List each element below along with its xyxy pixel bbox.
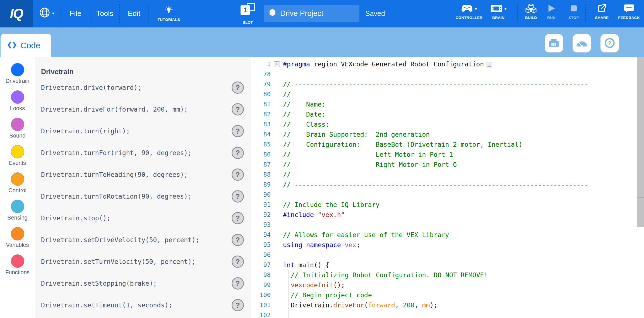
project-name-button[interactable]: Drive Project	[264, 5, 359, 22]
command-item[interactable]: Drivetrain.drive(forward);?	[35, 77, 251, 98]
line-number: 98	[251, 270, 271, 280]
command-help-button[interactable]: ?	[232, 256, 244, 268]
command-text[interactable]: Drivetrain.turnToRotation(90, degrees);	[41, 193, 232, 200]
category-label: Control	[8, 187, 26, 194]
category-functions[interactable]: Functions	[0, 254, 35, 282]
code-text: vexcodeInit();	[283, 280, 345, 290]
command-help-button[interactable]: ?	[232, 103, 244, 115]
command-help-button[interactable]: ?	[232, 277, 244, 290]
command-item[interactable]: Drivetrain.turn(right);?	[35, 120, 251, 142]
tab-code[interactable]: Code	[1, 34, 51, 57]
editor-line: 97int main() {	[251, 260, 644, 270]
command-text[interactable]: Drivetrain.turnFor(right, 90, degrees);	[41, 149, 232, 156]
command-help-button[interactable]: ?	[232, 81, 244, 94]
command-item[interactable]: Drivetrain.setTimeout(1, seconds);?	[35, 294, 251, 316]
share-button[interactable]: SHARE	[595, 3, 609, 20]
fold-gutter	[271, 99, 283, 109]
code-editor[interactable]: 1+#pragma region VEXcode Generated Robot…	[251, 57, 644, 318]
line-number: 93	[251, 220, 271, 230]
command-item[interactable]: Drivetrain.turnFor(right, 90, degrees);?	[35, 142, 251, 164]
device-button[interactable]	[545, 34, 563, 52]
command-item[interactable]: Drivetrain.stop();?	[35, 207, 251, 229]
line-number: 84	[251, 129, 271, 139]
line-number: 97	[251, 260, 271, 270]
line-number: 90	[251, 190, 271, 200]
editor-line: 102	[251, 310, 644, 318]
line-number: 85	[251, 139, 271, 150]
command-text[interactable]: Drivetrain.stop();	[41, 215, 232, 222]
stop-button[interactable]: STOP	[568, 3, 579, 20]
command-item[interactable]: Drivetrain.setDriveVelocity(50, percent)…	[35, 229, 251, 251]
editor-line: 80//	[251, 89, 644, 99]
category-variables[interactable]: Variables	[0, 227, 35, 254]
editor-line: 79// -----------------------------------…	[251, 79, 644, 89]
command-item[interactable]: Drivetrain.setTurnVelocity(50, percent);…	[35, 251, 251, 273]
slot-button[interactable]: 1 SLOT	[241, 3, 255, 25]
command-text[interactable]: Drivetrain.setTurnVelocity(50, percent);	[41, 258, 232, 265]
category-label: Variables	[6, 242, 29, 248]
help-button[interactable]: ?	[600, 34, 619, 52]
command-item[interactable]: Drivetrain.turnToHeading(90, degrees);?	[35, 164, 251, 186]
editor-scrollbar-track	[637, 57, 644, 318]
folded-region-ellipsis[interactable]: …	[486, 62, 492, 68]
editor-line: 82// Date:	[251, 109, 644, 119]
category-color-dot	[11, 200, 24, 213]
menu-file[interactable]: File	[61, 0, 90, 27]
code-text: //	[283, 170, 291, 180]
controller-icon	[461, 4, 473, 14]
dashboard-button[interactable]	[573, 34, 591, 52]
category-events[interactable]: Events	[0, 145, 35, 172]
code-text: Drivetrain.driveFor(forward, 200, mm);	[283, 300, 438, 310]
feedback-icon	[624, 4, 634, 14]
fold-expand-icon[interactable]: +	[274, 61, 280, 67]
language-menu[interactable]: ▾	[33, 0, 61, 27]
menu-tools[interactable]: Tools	[90, 0, 119, 27]
command-help-button[interactable]: ?	[232, 190, 244, 203]
category-label: Drivetrain	[6, 78, 30, 84]
fold-gutter	[271, 210, 283, 220]
command-text[interactable]: Drivetrain.drive(forward);	[41, 84, 232, 91]
category-control[interactable]: Control	[0, 172, 35, 200]
tutorials-button[interactable]: TUTORIALS	[149, 0, 189, 27]
tab-code-label: Code	[20, 41, 40, 50]
run-icon	[547, 4, 556, 14]
category-sensing[interactable]: Sensing	[0, 200, 35, 227]
category-color-dot	[11, 118, 24, 131]
category-sound[interactable]: Sound	[0, 118, 35, 145]
controller-button[interactable]: ▾CONTROLLER	[456, 3, 483, 20]
controller-label: CONTROLLER	[456, 16, 483, 20]
command-text[interactable]: Drivetrain.setTimeout(1, seconds);	[41, 302, 232, 309]
indent-guide	[288, 290, 289, 300]
command-help-button[interactable]: ?	[232, 125, 244, 137]
command-item[interactable]: Drivetrain.driveFor(forward, 200, mm);?	[35, 98, 251, 120]
command-text[interactable]: Drivetrain.setStopping(brake);	[41, 280, 232, 287]
menu-edit[interactable]: Edit	[120, 0, 148, 27]
brain-button[interactable]: ▾BRAIN	[490, 3, 507, 20]
command-text[interactable]: Drivetrain.driveFor(forward, 200, mm);	[41, 106, 232, 113]
run-button[interactable]: RUN	[547, 3, 556, 20]
fold-gutter	[271, 160, 283, 170]
editor-line: 84// Brain Supported: 2nd generation	[251, 129, 644, 139]
command-help-button[interactable]: ?	[232, 234, 244, 246]
command-text[interactable]: Drivetrain.turn(right);	[41, 127, 232, 135]
editor-scrollbar-thumb[interactable]	[637, 57, 644, 227]
command-item[interactable]: Drivetrain.turnToRotation(90, degrees);?	[35, 186, 251, 207]
command-help-button[interactable]: ?	[232, 168, 244, 181]
build-button[interactable]: BUILD	[525, 3, 537, 20]
fold-gutter	[271, 200, 283, 210]
fold-gutter	[271, 89, 283, 99]
line-number: 86	[251, 150, 271, 160]
command-help-button[interactable]: ?	[232, 212, 244, 224]
code-text: // Initializing Robot Configuration. DO …	[283, 270, 488, 280]
command-text[interactable]: Drivetrain.setDriveVelocity(50, percent)…	[41, 236, 232, 244]
feedback-button[interactable]: FEEDBACK	[618, 3, 640, 20]
command-text[interactable]: Drivetrain.turnToHeading(90, degrees);	[41, 171, 232, 178]
stop-label: STOP	[568, 16, 579, 20]
category-drivetrain[interactable]: Drivetrain	[0, 63, 35, 90]
command-help-button[interactable]: ?	[232, 147, 244, 159]
fold-gutter	[271, 220, 283, 230]
command-item[interactable]: Drivetrain.setStopping(brake);?	[35, 273, 251, 294]
command-help-button[interactable]: ?	[232, 299, 244, 311]
command-panel: Drivetrain Drivetrain.drive(forward);?Dr…	[35, 57, 251, 318]
category-looks[interactable]: Looks	[0, 90, 35, 118]
